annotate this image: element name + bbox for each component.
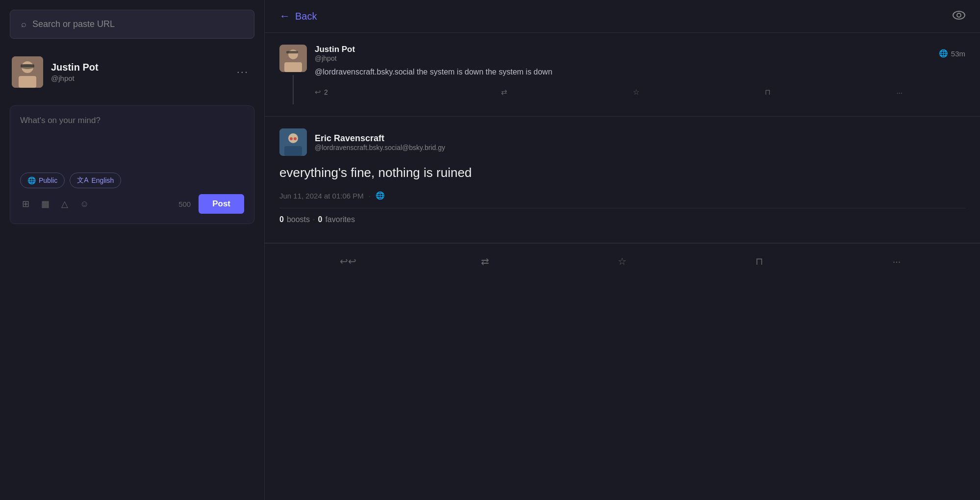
main-author-handle: @lordravenscraft.bsky.social@bsky.brid.g… bbox=[315, 144, 965, 151]
bottom-reply-button[interactable]: ↩↩ bbox=[279, 251, 417, 271]
main-post: Eric Ravenscraft @lordravenscraft.bsky.s… bbox=[265, 117, 980, 243]
visibility-label: Public bbox=[39, 176, 57, 184]
bottom-boost-button[interactable]: ⇄ bbox=[417, 251, 554, 271]
reply-post: Justin Pot @jhpot 🌐 53m @lordravenscraft… bbox=[265, 33, 980, 117]
reply-content: Justin Pot @jhpot 🌐 53m @lordravenscraft… bbox=[315, 45, 965, 100]
main-avatar[interactable] bbox=[279, 128, 307, 156]
search-placeholder: Search or paste URL bbox=[32, 19, 115, 29]
reply-post-header: Justin Pot @jhpot 🌐 53m @lordravenscraft… bbox=[279, 45, 965, 104]
post-globe-icon: 🌐 bbox=[376, 191, 385, 200]
more-icon: ··· bbox=[896, 88, 903, 97]
reply-time: 🌐 53m bbox=[939, 49, 965, 58]
compose-footer: 🌐 Public 文A English ⊞ ▦ △ ☺ 500 Post bbox=[20, 173, 244, 214]
reply-bookmark-button[interactable]: ⊓ bbox=[702, 85, 834, 100]
main-post-header: Eric Ravenscraft @lordravenscraft.bsky.s… bbox=[279, 128, 965, 156]
reply-more-button[interactable]: ··· bbox=[833, 85, 965, 100]
reply-timestamp: 53m bbox=[951, 50, 965, 58]
reply-text: @lordravenscraft.bsky.social the system … bbox=[315, 66, 965, 78]
boosts-label: boosts bbox=[287, 215, 310, 224]
boost-icon: ⇄ bbox=[501, 88, 507, 97]
thread-header: ← Back bbox=[265, 0, 980, 33]
left-panel: ⌕ Search or paste URL Justin Pot @jhpot … bbox=[0, 0, 265, 500]
svg-rect-2 bbox=[19, 76, 36, 88]
favorites-count: 0 bbox=[318, 215, 323, 224]
reply-actions: ↩ 2 ⇄ ☆ ⊓ ··· bbox=[315, 85, 965, 100]
bottom-more-icon: ··· bbox=[893, 256, 901, 267]
compose-box: 🌐 Public 文A English ⊞ ▦ △ ☺ 500 Post bbox=[10, 105, 254, 224]
post-date: Jun 11, 2024 at 01:06 PM bbox=[279, 192, 364, 200]
language-button[interactable]: 文A English bbox=[70, 173, 121, 188]
main-post-text: everything's fine, nothing is ruined bbox=[279, 164, 965, 181]
post-button[interactable]: Post bbox=[199, 194, 244, 214]
reply-author-name: Justin Pot bbox=[315, 45, 355, 54]
avatar-image bbox=[12, 56, 43, 88]
svg-point-4 bbox=[21, 64, 34, 69]
profile-handle: @jhpot bbox=[51, 74, 225, 82]
compose-textarea[interactable] bbox=[20, 116, 244, 165]
reply-boost-button[interactable]: ⇄ bbox=[439, 85, 571, 100]
svg-rect-9 bbox=[284, 62, 302, 72]
compose-options: 🌐 Public 文A English bbox=[20, 173, 244, 188]
bottom-bookmark-icon: ⊓ bbox=[755, 255, 763, 267]
back-button[interactable]: ← Back bbox=[279, 10, 317, 23]
svg-point-5 bbox=[953, 11, 965, 19]
translate-icon: 文A bbox=[77, 176, 88, 185]
profile-more-button[interactable]: ··· bbox=[233, 64, 252, 80]
thread-line bbox=[293, 75, 294, 104]
bottom-bookmark-button[interactable]: ⊓ bbox=[691, 251, 828, 271]
bottom-actions: ↩↩ ⇄ ☆ ⊓ ··· bbox=[265, 243, 980, 279]
bottom-star-button[interactable]: ☆ bbox=[554, 251, 691, 271]
reply-reply-button[interactable]: ↩ 2 bbox=[315, 85, 439, 100]
char-count: 500 bbox=[178, 200, 191, 208]
back-label: Back bbox=[295, 11, 317, 22]
profile-card: Justin Pot @jhpot ··· bbox=[10, 49, 254, 96]
reply-author-handle: @jhpot bbox=[315, 54, 355, 62]
globe-small-icon: 🌐 bbox=[939, 49, 948, 58]
reply-count: 2 bbox=[324, 88, 328, 96]
globe-icon: 🌐 bbox=[27, 176, 36, 184]
svg-point-12 bbox=[288, 133, 298, 143]
back-arrow-icon: ← bbox=[279, 10, 290, 23]
warning-icon[interactable]: △ bbox=[59, 197, 70, 211]
search-icon: ⌕ bbox=[21, 19, 26, 29]
reply-avatar[interactable] bbox=[279, 45, 307, 72]
compose-toolbar: ⊞ ▦ △ ☺ 500 Post bbox=[20, 194, 244, 214]
main-post-meta: Jun 11, 2024 at 01:06 PM · 🌐 bbox=[279, 191, 965, 200]
bottom-reply-icon: ↩↩ bbox=[340, 255, 356, 267]
image-icon[interactable]: ⊞ bbox=[20, 197, 31, 211]
favorites-label: favorites bbox=[325, 215, 354, 224]
avatar[interactable] bbox=[12, 56, 43, 88]
bookmark-icon: ⊓ bbox=[765, 88, 771, 97]
dot-separator: · bbox=[369, 192, 371, 200]
profile-info: Justin Pot @jhpot bbox=[51, 62, 225, 82]
svg-rect-10 bbox=[286, 51, 298, 53]
reply-meta: Justin Pot @jhpot 🌐 53m bbox=[315, 45, 965, 62]
right-panel: ← Back bbox=[265, 0, 980, 500]
star-icon: ☆ bbox=[633, 88, 639, 97]
emoji-icon[interactable]: ☺ bbox=[78, 197, 91, 211]
chart-icon[interactable]: ▦ bbox=[39, 197, 51, 211]
language-label: English bbox=[91, 176, 114, 184]
reply-star-button[interactable]: ☆ bbox=[570, 85, 702, 100]
reply-icon: ↩ bbox=[315, 88, 321, 97]
reply-user-info: Justin Pot @jhpot bbox=[315, 45, 355, 62]
visibility-button[interactable]: 🌐 Public bbox=[20, 173, 65, 188]
svg-point-6 bbox=[957, 13, 961, 17]
bottom-boost-icon: ⇄ bbox=[481, 255, 489, 267]
bottom-star-icon: ☆ bbox=[618, 255, 627, 267]
svg-point-15 bbox=[294, 137, 297, 140]
reply-avatar-wrap bbox=[279, 45, 307, 104]
profile-name: Justin Pot bbox=[51, 62, 225, 73]
eye-icon[interactable] bbox=[953, 10, 965, 23]
svg-rect-13 bbox=[284, 146, 302, 156]
svg-point-14 bbox=[290, 137, 293, 140]
main-post-stats: 0 boosts · 0 favorites bbox=[279, 208, 965, 231]
main-user-info: Eric Ravenscraft @lordravenscraft.bsky.s… bbox=[315, 133, 965, 151]
bottom-more-button[interactable]: ··· bbox=[828, 252, 965, 271]
boosts-count: 0 bbox=[279, 215, 284, 224]
main-author-name: Eric Ravenscraft bbox=[315, 133, 965, 144]
search-bar[interactable]: ⌕ Search or paste URL bbox=[10, 10, 254, 39]
stats-dot-separator: · bbox=[313, 215, 315, 224]
